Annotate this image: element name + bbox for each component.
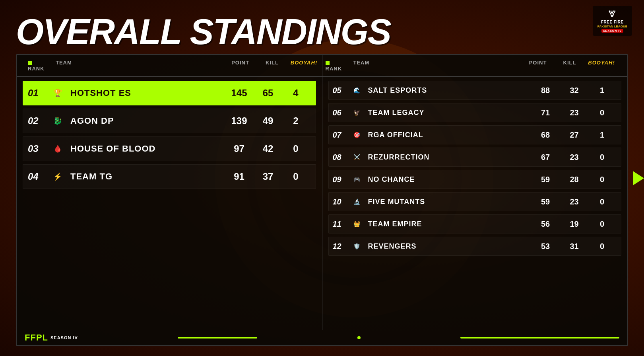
left-data-section: 01 🏆 HOTSHOT ES 145 65 4 02 🐉 AGON DP 13… (17, 77, 322, 330)
team-kill: 65 (255, 88, 281, 99)
team-kill: 23 (561, 197, 587, 206)
team-logo-icon: 🦅 (351, 106, 363, 119)
team-logo-icon: 🎯 (351, 128, 363, 141)
play-arrow-icon (633, 171, 644, 185)
team-booyah: 0 (281, 143, 311, 154)
team-logo-icon: 👑 (351, 218, 363, 230)
table-row: 02 🐉 AGON DP 139 49 2 (23, 109, 316, 133)
ffpl-text: FFPL (25, 333, 48, 343)
kill-col-header-right: KILL (556, 55, 584, 76)
header-row: RANK TEAM POINT KILL BOOYAH! RANK TEAM P… (17, 55, 627, 77)
data-area: 01 🏆 HOTSHOT ES 145 65 4 02 🐉 AGON DP 13… (17, 77, 627, 330)
team-kill: 23 (561, 153, 587, 162)
team-point: 68 (530, 130, 561, 140)
standings-panel: RANK TEAM POINT KILL BOOYAH! RANK TEAM P… (16, 54, 628, 346)
team-name: HOTSHOT ES (70, 88, 223, 98)
team-point: 59 (530, 175, 561, 184)
booyah-col-header-left: BOOYAH! (286, 55, 322, 76)
team-point: 97 (223, 143, 255, 154)
team-kill: 28 (561, 175, 587, 184)
team-point: 139 (223, 115, 255, 126)
bottom-accent-right (460, 337, 619, 338)
team-kill: 42 (255, 143, 281, 154)
team-booyah: 1 (587, 130, 617, 140)
team-name: SALT ESPORTS (368, 86, 530, 95)
team-point: 59 (530, 197, 561, 206)
table-row: 04 ⚡ TEAM TG 91 37 0 (23, 164, 316, 189)
table-row: 07 🎯 RGA OFFICIAL 68 27 1 (328, 125, 622, 144)
team-logo-icon: ⚔️ (351, 151, 363, 163)
left-header: RANK TEAM POINT KILL BOOYAH! (25, 55, 322, 76)
team-name: NO CHANCE (368, 175, 530, 184)
rank-number: 09 (333, 175, 351, 184)
page-title: OVERALL STANDINGS (16, 16, 628, 48)
team-booyah: 2 (281, 115, 311, 126)
table-row: 12 🛡️ REVENGERS 53 31 0 (328, 237, 622, 256)
title-section: OVERALL STANDINGS (16, 16, 628, 48)
ff-logo: ⩔ FREE FIRE PAKISTAN LEAGUE SEASON IV (593, 6, 632, 36)
table-row: 05 🌊 SALT ESPORTS 88 32 1 (328, 81, 622, 100)
rank-number: 10 (333, 197, 351, 206)
team-point: 91 (223, 171, 255, 182)
bottom-dot (357, 336, 361, 339)
team-logo-icon: 🐉 (50, 113, 66, 129)
team-kill: 23 (561, 108, 587, 117)
rank-number: 12 (333, 242, 351, 251)
team-logo-icon: 🏆 (50, 85, 66, 101)
rank-number: 06 (333, 108, 351, 117)
team-kill: 19 (561, 220, 587, 229)
ff-title-text: FREE FIRE (601, 19, 624, 25)
team-kill: 32 (561, 86, 587, 95)
team-name: FIVE MUTANTS (368, 198, 530, 206)
point-col-header-left: POINT (223, 55, 258, 76)
green-dot-right-icon (326, 61, 330, 65)
table-row: 09 🎮 NO CHANCE 59 28 0 (328, 170, 622, 189)
bottom-accent-left (178, 337, 257, 338)
rank-number: 01 (28, 88, 50, 99)
team-kill: 49 (255, 115, 281, 126)
team-point: 71 (530, 108, 561, 117)
green-dot-icon (28, 61, 32, 65)
team-name: TEAM TG (70, 171, 223, 182)
team-logo-icon: ⚡ (50, 169, 66, 185)
table-row: 01 🏆 HOTSHOT ES 145 65 4 (23, 81, 316, 105)
right-header: RANK TEAM POINT KILL BOOYAH! (322, 55, 620, 76)
rank-number: 11 (333, 220, 351, 229)
table-row: 03 🩸 HOUSE OF BLOOD 97 42 0 (23, 136, 316, 161)
team-booyah: 0 (587, 175, 617, 184)
team-point: 88 (530, 86, 561, 95)
rank-number: 02 (28, 115, 50, 126)
table-row: 08 ⚔️ REZURRECTION 67 23 0 (328, 148, 622, 167)
table-row: 10 🔬 FIVE MUTANTS 59 23 0 (328, 192, 622, 211)
team-point: 53 (530, 242, 561, 251)
team-name: REZURRECTION (368, 153, 530, 161)
season-text: SEASON IV (50, 335, 78, 340)
team-kill: 31 (561, 242, 587, 251)
team-name: AGON DP (70, 116, 223, 126)
main-container: OVERALL STANDINGS RANK TEAM POINT KILL B… (0, 0, 644, 356)
rank-col-header-right: RANK (322, 55, 350, 76)
team-booyah: 0 (587, 108, 617, 117)
right-data-section: 05 🌊 SALT ESPORTS 88 32 1 06 🦅 TEAM LEGA… (322, 77, 628, 330)
rank-number: 03 (28, 143, 50, 154)
point-col-header-right: POINT (520, 55, 556, 76)
kill-col-header-left: KILL (258, 55, 286, 76)
team-col-header-right: TEAM (350, 55, 520, 76)
table-row: 06 🦅 TEAM LEGACY 71 23 0 (328, 103, 622, 122)
team-logo-icon: 🛡️ (351, 240, 363, 253)
table-row: 11 👑 TEAM EMPIRE 56 19 0 (328, 214, 622, 233)
team-booyah: 0 (587, 197, 617, 206)
team-kill: 27 (561, 130, 587, 140)
team-logo-icon: 🩸 (50, 141, 66, 157)
rank-col-header-left: RANK (25, 55, 52, 76)
rank-number: 07 (333, 130, 351, 140)
team-booyah: 0 (587, 242, 617, 251)
team-point: 56 (530, 220, 561, 229)
team-booyah: 0 (587, 153, 617, 162)
team-booyah: 1 (587, 86, 617, 95)
team-logo-icon: 🌊 (351, 84, 363, 97)
booyah-col-header-right: BOOYAH! (584, 55, 619, 76)
rank-number: 05 (333, 86, 351, 95)
team-name: TEAM LEGACY (368, 109, 530, 117)
team-col-header-left: TEAM (52, 55, 223, 76)
